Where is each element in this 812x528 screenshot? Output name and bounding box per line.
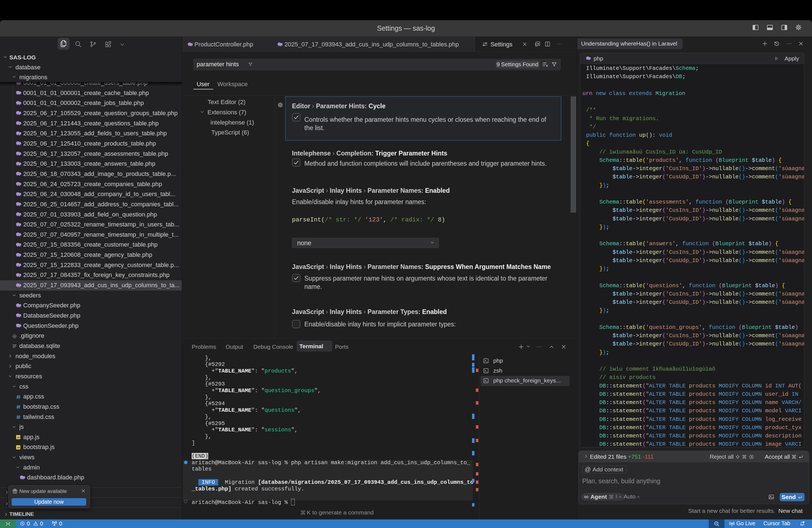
svg-text:JS: JS xyxy=(17,436,19,439)
svg-text:JS: JS xyxy=(17,446,19,449)
